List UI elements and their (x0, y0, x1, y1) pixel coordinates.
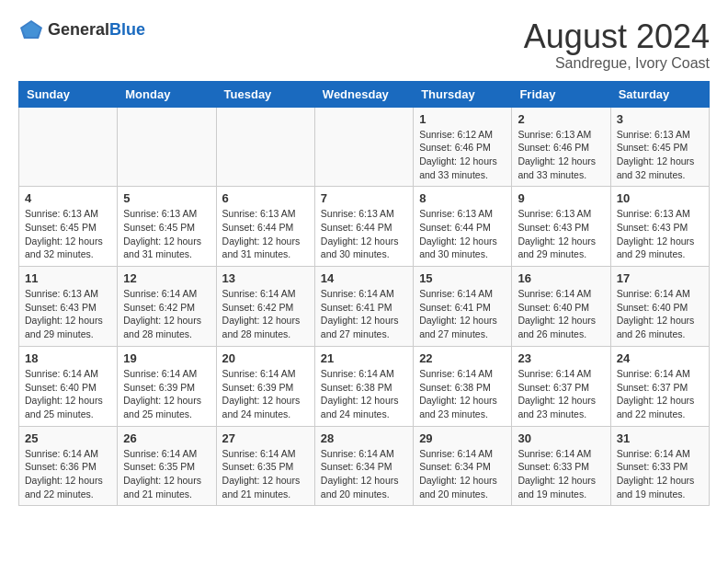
cell-day-number: 17 (617, 271, 703, 285)
calendar-cell: 31Sunrise: 6:14 AM Sunset: 6:33 PM Dayli… (610, 426, 709, 506)
calendar-cell: 5Sunrise: 6:13 AM Sunset: 6:45 PM Daylig… (118, 187, 216, 267)
calendar-cell: 8Sunrise: 6:13 AM Sunset: 6:44 PM Daylig… (414, 187, 512, 267)
cell-day-number: 31 (617, 431, 703, 445)
cell-day-number: 2 (518, 112, 604, 126)
calendar-cell: 23Sunrise: 6:14 AM Sunset: 6:37 PM Dayli… (512, 346, 610, 426)
svg-marker-1 (22, 22, 40, 37)
cell-info: Sunrise: 6:14 AM Sunset: 6:42 PM Dayligh… (222, 287, 309, 341)
cell-info: Sunrise: 6:13 AM Sunset: 6:43 PM Dayligh… (617, 207, 703, 261)
calendar-cell: 18Sunrise: 6:14 AM Sunset: 6:40 PM Dayli… (19, 346, 118, 426)
cell-day-number: 10 (617, 191, 703, 205)
header-monday: Monday (118, 81, 216, 107)
cell-info: Sunrise: 6:14 AM Sunset: 6:38 PM Dayligh… (321, 367, 407, 421)
calendar-cell: 16Sunrise: 6:14 AM Sunset: 6:40 PM Dayli… (512, 267, 610, 347)
calendar-cell: 25Sunrise: 6:14 AM Sunset: 6:36 PM Dayli… (19, 426, 118, 506)
calendar-cell (216, 107, 314, 187)
cell-day-number: 16 (518, 271, 604, 285)
cell-info: Sunrise: 6:14 AM Sunset: 6:33 PM Dayligh… (617, 447, 703, 501)
calendar-cell: 12Sunrise: 6:14 AM Sunset: 6:42 PM Dayli… (118, 267, 216, 347)
cell-info: Sunrise: 6:12 AM Sunset: 6:46 PM Dayligh… (419, 128, 506, 182)
calendar-cell: 27Sunrise: 6:14 AM Sunset: 6:35 PM Dayli… (216, 426, 314, 506)
calendar-cell: 14Sunrise: 6:14 AM Sunset: 6:41 PM Dayli… (314, 267, 413, 347)
cell-info: Sunrise: 6:14 AM Sunset: 6:35 PM Dayligh… (123, 447, 210, 501)
cell-day-number: 15 (419, 271, 506, 285)
cell-day-number: 3 (617, 112, 703, 126)
cell-info: Sunrise: 6:13 AM Sunset: 6:45 PM Dayligh… (617, 128, 703, 182)
cell-day-number: 1 (419, 112, 506, 126)
header-thursday: Thursday (414, 81, 512, 107)
calendar-cell (118, 107, 216, 187)
week-row-1: 1Sunrise: 6:12 AM Sunset: 6:46 PM Daylig… (19, 107, 710, 187)
calendar-cell: 19Sunrise: 6:14 AM Sunset: 6:39 PM Dayli… (118, 346, 216, 426)
cell-info: Sunrise: 6:13 AM Sunset: 6:45 PM Dayligh… (25, 207, 111, 261)
week-row-4: 18Sunrise: 6:14 AM Sunset: 6:40 PM Dayli… (19, 346, 710, 426)
cell-info: Sunrise: 6:14 AM Sunset: 6:36 PM Dayligh… (25, 447, 111, 501)
header: GeneralBlue August 2024 Sandregue, Ivory… (18, 18, 710, 72)
header-friday: Friday (512, 81, 610, 107)
cell-info: Sunrise: 6:14 AM Sunset: 6:34 PM Dayligh… (321, 447, 407, 501)
cell-day-number: 24 (617, 351, 703, 365)
logo: GeneralBlue (18, 18, 145, 40)
cell-day-number: 30 (518, 431, 604, 445)
cell-info: Sunrise: 6:13 AM Sunset: 6:43 PM Dayligh… (518, 207, 604, 261)
header-wednesday: Wednesday (314, 81, 413, 107)
calendar-cell: 28Sunrise: 6:14 AM Sunset: 6:34 PM Dayli… (314, 426, 413, 506)
calendar-cell: 29Sunrise: 6:14 AM Sunset: 6:34 PM Dayli… (414, 426, 512, 506)
calendar-cell: 4Sunrise: 6:13 AM Sunset: 6:45 PM Daylig… (19, 187, 118, 267)
cell-info: Sunrise: 6:14 AM Sunset: 6:40 PM Dayligh… (617, 287, 703, 341)
logo-text: GeneralBlue (48, 20, 145, 40)
calendar-cell: 6Sunrise: 6:13 AM Sunset: 6:44 PM Daylig… (216, 187, 314, 267)
logo-icon (18, 18, 44, 40)
calendar-cell: 15Sunrise: 6:14 AM Sunset: 6:41 PM Dayli… (414, 267, 512, 347)
calendar-cell: 7Sunrise: 6:13 AM Sunset: 6:44 PM Daylig… (314, 187, 413, 267)
cell-info: Sunrise: 6:13 AM Sunset: 6:46 PM Dayligh… (518, 128, 604, 182)
cell-info: Sunrise: 6:13 AM Sunset: 6:44 PM Dayligh… (419, 207, 506, 261)
cell-day-number: 7 (321, 191, 407, 205)
cell-info: Sunrise: 6:14 AM Sunset: 6:39 PM Dayligh… (222, 367, 309, 421)
cell-info: Sunrise: 6:14 AM Sunset: 6:38 PM Dayligh… (419, 367, 506, 421)
cell-day-number: 23 (518, 351, 604, 365)
cell-day-number: 21 (321, 351, 407, 365)
cell-day-number: 20 (222, 351, 309, 365)
calendar-cell: 24Sunrise: 6:14 AM Sunset: 6:37 PM Dayli… (610, 346, 709, 426)
calendar-cell: 21Sunrise: 6:14 AM Sunset: 6:38 PM Dayli… (314, 346, 413, 426)
calendar-table: SundayMondayTuesdayWednesdayThursdayFrid… (18, 81, 710, 507)
cell-info: Sunrise: 6:13 AM Sunset: 6:44 PM Dayligh… (321, 207, 407, 261)
title-area: August 2024 Sandregue, Ivory Coast (524, 18, 710, 72)
subtitle: Sandregue, Ivory Coast (524, 55, 710, 72)
calendar-cell (314, 107, 413, 187)
cell-day-number: 25 (25, 431, 111, 445)
cell-day-number: 27 (222, 431, 309, 445)
cell-day-number: 5 (123, 191, 210, 205)
week-row-3: 11Sunrise: 6:13 AM Sunset: 6:43 PM Dayli… (19, 267, 710, 347)
calendar-cell: 9Sunrise: 6:13 AM Sunset: 6:43 PM Daylig… (512, 187, 610, 267)
calendar-cell: 2Sunrise: 6:13 AM Sunset: 6:46 PM Daylig… (512, 107, 610, 187)
cell-info: Sunrise: 6:14 AM Sunset: 6:40 PM Dayligh… (518, 287, 604, 341)
cell-info: Sunrise: 6:13 AM Sunset: 6:44 PM Dayligh… (222, 207, 309, 261)
calendar-header-row: SundayMondayTuesdayWednesdayThursdayFrid… (19, 81, 710, 107)
calendar-cell (19, 107, 118, 187)
calendar-cell: 10Sunrise: 6:13 AM Sunset: 6:43 PM Dayli… (610, 187, 709, 267)
cell-day-number: 26 (123, 431, 210, 445)
cell-day-number: 29 (419, 431, 506, 445)
cell-day-number: 18 (25, 351, 111, 365)
cell-day-number: 9 (518, 191, 604, 205)
cell-day-number: 13 (222, 271, 309, 285)
cell-day-number: 12 (123, 271, 210, 285)
cell-day-number: 6 (222, 191, 309, 205)
cell-info: Sunrise: 6:14 AM Sunset: 6:41 PM Dayligh… (321, 287, 407, 341)
cell-info: Sunrise: 6:14 AM Sunset: 6:42 PM Dayligh… (123, 287, 210, 341)
cell-day-number: 8 (419, 191, 506, 205)
main-title: August 2024 (524, 18, 710, 55)
week-row-5: 25Sunrise: 6:14 AM Sunset: 6:36 PM Dayli… (19, 426, 710, 506)
cell-day-number: 28 (321, 431, 407, 445)
cell-day-number: 19 (123, 351, 210, 365)
calendar-cell: 26Sunrise: 6:14 AM Sunset: 6:35 PM Dayli… (118, 426, 216, 506)
cell-day-number: 22 (419, 351, 506, 365)
cell-info: Sunrise: 6:14 AM Sunset: 6:34 PM Dayligh… (419, 447, 506, 501)
header-sunday: Sunday (19, 81, 118, 107)
week-row-2: 4Sunrise: 6:13 AM Sunset: 6:45 PM Daylig… (19, 187, 710, 267)
calendar-cell: 13Sunrise: 6:14 AM Sunset: 6:42 PM Dayli… (216, 267, 314, 347)
cell-info: Sunrise: 6:13 AM Sunset: 6:43 PM Dayligh… (25, 287, 111, 341)
calendar-cell: 20Sunrise: 6:14 AM Sunset: 6:39 PM Dayli… (216, 346, 314, 426)
